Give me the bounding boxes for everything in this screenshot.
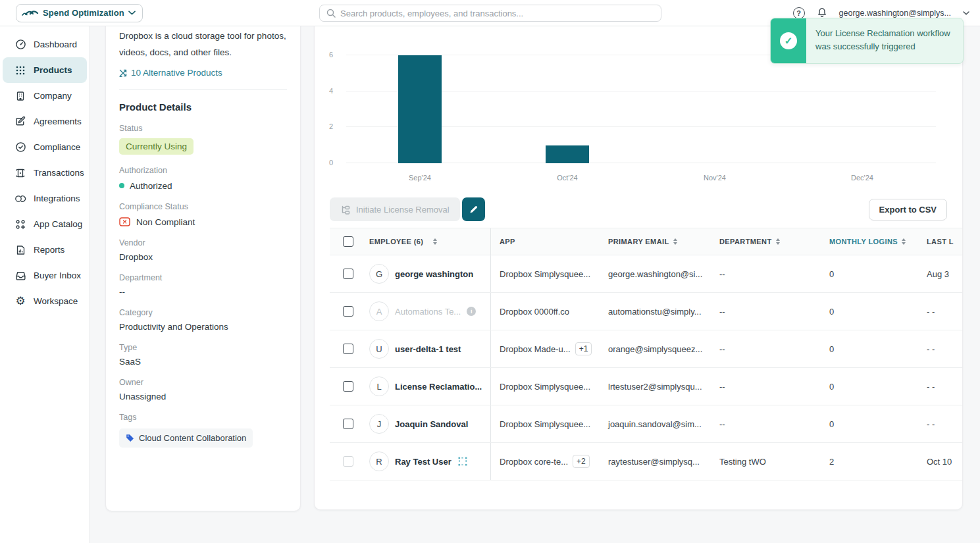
row-checkbox[interactable] bbox=[343, 306, 353, 317]
app-switcher-button[interactable]: Spend Optimization bbox=[16, 4, 143, 22]
table-header-row: EMPLOYEE (6) APP PRIMARY EMAIL DEPARTMEN… bbox=[330, 228, 963, 255]
monthly-logins-cell: 0 bbox=[821, 307, 917, 317]
monthly-logins-cell: 0 bbox=[821, 269, 917, 279]
pencil-icon bbox=[469, 205, 478, 215]
sidebar-item-integrations[interactable]: Integrations bbox=[3, 186, 87, 211]
column-header-employee[interactable]: EMPLOYEE (6) bbox=[356, 228, 491, 255]
last-login-cell: Oct 10 bbox=[917, 457, 963, 467]
chart-bars bbox=[346, 55, 936, 163]
department-cell: -- bbox=[711, 382, 821, 392]
more-apps-badge[interactable]: +2 bbox=[573, 455, 590, 468]
email-cell: joaquin.sandoval@sim... bbox=[600, 419, 711, 429]
column-header-app[interactable]: APP bbox=[491, 238, 600, 246]
type-label: Type bbox=[119, 343, 287, 352]
column-header-department[interactable]: DEPARTMENT bbox=[711, 238, 821, 246]
row-checkbox-cell bbox=[330, 269, 356, 279]
row-checkbox[interactable] bbox=[343, 419, 353, 429]
chart-bar-slot bbox=[788, 55, 936, 163]
table-row: U user-delta-1 test Dropbox Made-u... +1… bbox=[330, 330, 963, 368]
compliance-status-label: Compliance Status bbox=[119, 202, 287, 211]
export-to-csv-button[interactable]: Export to CSV bbox=[869, 199, 947, 220]
compliance-badge-icon bbox=[14, 142, 26, 153]
chart-y-tick-label: 0 bbox=[329, 159, 333, 167]
search-input[interactable] bbox=[340, 9, 654, 18]
global-search bbox=[319, 5, 661, 22]
user-email[interactable]: george.washington@simplys... bbox=[839, 9, 951, 18]
sidebar-item-buyer-inbox[interactable]: Buyer Inbox bbox=[3, 263, 87, 288]
app-cell: Dropbox core-te... +2 bbox=[491, 455, 600, 468]
tag-label: Cloud Content Collaboration bbox=[139, 433, 246, 443]
email-cell: lrtestuser2@simplysqu... bbox=[600, 382, 711, 392]
user-menu-chevron-down-icon[interactable] bbox=[963, 11, 969, 15]
employee-name: Automations Te... bbox=[395, 307, 461, 317]
sidebar-item-workspace[interactable]: ⚙ Workspace bbox=[3, 288, 87, 314]
sidebar-item-products[interactable]: Products bbox=[3, 57, 87, 83]
sidebar-item-label: Transactions bbox=[34, 168, 84, 178]
sidebar-item-company[interactable]: Company bbox=[3, 83, 87, 109]
reports-icon bbox=[14, 245, 26, 255]
primary-email: joaquin.sandoval@sim... bbox=[608, 419, 702, 429]
app-header-label: APP bbox=[500, 238, 515, 246]
chart-x-labels: Sep'24Oct'24Nov'24Dec'24 bbox=[346, 174, 936, 182]
row-checkbox[interactable] bbox=[343, 269, 353, 279]
last-login-cell: - - bbox=[917, 344, 963, 354]
row-checkbox-cell bbox=[330, 381, 356, 392]
product-details-panel: Dropbox is a cloud storage tool for phot… bbox=[105, 26, 301, 511]
app-catalog-icon bbox=[14, 219, 26, 230]
sidebar-item-app-catalog[interactable]: App Catalog bbox=[3, 211, 87, 237]
row-checkbox[interactable] bbox=[343, 456, 353, 467]
sidebar-item-transactions[interactable]: Transactions bbox=[3, 160, 87, 186]
employee-cell[interactable]: R Ray Test User bbox=[356, 443, 491, 480]
type-value: SaaS bbox=[119, 357, 287, 367]
row-checkbox[interactable] bbox=[343, 344, 353, 354]
app-shell: Dashboard Products Company Agreements Co… bbox=[0, 26, 980, 543]
help-icon[interactable]: ? bbox=[793, 7, 805, 19]
employee-cell[interactable]: A Automations Te... i bbox=[356, 293, 491, 330]
monthly-logins-cell: 0 bbox=[821, 419, 917, 429]
employee-cell[interactable]: J Joaquin Sandoval bbox=[356, 405, 491, 442]
sidebar-item-compliance[interactable]: Compliance bbox=[3, 134, 87, 160]
initiate-license-removal-button[interactable]: Initiate License Removal bbox=[330, 197, 460, 221]
employee-cell[interactable]: L License Reclamatio... bbox=[356, 368, 491, 405]
app-name: Dropbox Simplysquee... bbox=[500, 269, 590, 279]
app-name: Dropbox Simplysquee... bbox=[500, 419, 590, 429]
tag-chip[interactable]: Cloud Content Collaboration bbox=[119, 428, 253, 448]
alternative-products-link[interactable]: 10 Alternative Products bbox=[119, 68, 287, 78]
edit-workflow-pencil-button[interactable] bbox=[462, 197, 485, 221]
row-checkbox[interactable] bbox=[343, 381, 353, 392]
column-header-last-login[interactable]: LAST L bbox=[917, 238, 963, 246]
table-row: A Automations Te... i Dropbox 0000ff.co … bbox=[330, 293, 963, 330]
sidebar-item-label: Buyer Inbox bbox=[34, 271, 81, 280]
last-login-cell: - - bbox=[917, 419, 963, 429]
sidebar-item-dashboard[interactable]: Dashboard bbox=[3, 32, 87, 57]
row-checkbox-cell bbox=[330, 344, 356, 354]
column-header-monthly-logins[interactable]: MONTHLY LOGINS bbox=[821, 238, 917, 246]
employee-cell[interactable]: U user-delta-1 test bbox=[356, 330, 491, 367]
email-cell: george.washington@si... bbox=[600, 269, 711, 279]
more-apps-badge[interactable]: +1 bbox=[575, 342, 592, 355]
info-icon[interactable]: i bbox=[467, 307, 476, 316]
employee-cell[interactable]: G george washington bbox=[356, 255, 491, 292]
product-description: Dropbox is a cloud storage tool for phot… bbox=[119, 28, 287, 61]
sort-icon bbox=[902, 238, 906, 245]
app-name: Dropbox core-te... bbox=[500, 457, 568, 467]
table-row: L License Reclamatio... Dropbox Simplysq… bbox=[330, 368, 963, 405]
notifications-bell-icon[interactable] bbox=[817, 7, 827, 18]
select-all-checkbox[interactable] bbox=[343, 236, 353, 247]
workflow-list-icon bbox=[340, 205, 351, 215]
employee-name: user-delta-1 test bbox=[395, 344, 461, 354]
app-cell: Dropbox Simplysquee... bbox=[491, 419, 600, 429]
chart-y-tick-label: 6 bbox=[329, 51, 333, 59]
sidebar-item-agreements[interactable]: Agreements bbox=[3, 109, 87, 134]
panel-divider bbox=[119, 89, 287, 90]
chart-bar-slot bbox=[494, 55, 641, 163]
category-value: Productivity and Operations bbox=[119, 322, 287, 332]
chart-x-label: Sep'24 bbox=[346, 174, 494, 182]
sidebar-item-reports[interactable]: Reports bbox=[3, 237, 87, 263]
department-header-label: DEPARTMENT bbox=[719, 238, 772, 246]
app-switcher-label: Spend Optimization bbox=[43, 8, 124, 18]
chart-y-tick-label: 4 bbox=[329, 87, 333, 95]
column-header-primary-email[interactable]: PRIMARY EMAIL bbox=[600, 238, 711, 246]
agreements-icon bbox=[14, 116, 26, 127]
employee-name: Joaquin Sandoval bbox=[395, 419, 468, 429]
